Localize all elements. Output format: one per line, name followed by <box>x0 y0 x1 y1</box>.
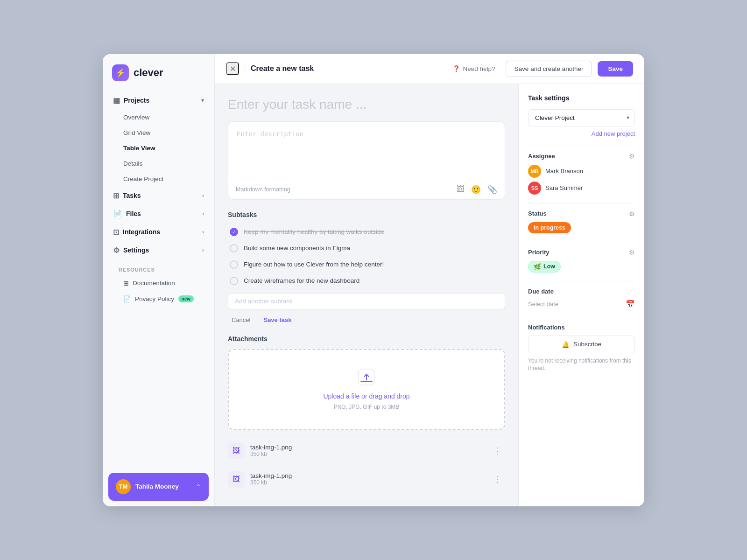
avatar: SS <box>528 182 541 195</box>
projects-icon: ▦ <box>113 96 120 105</box>
subscribe-button[interactable]: 🔔 Subscribe <box>528 336 635 353</box>
save-button[interactable]: Save <box>598 61 633 77</box>
logo[interactable]: ⚡ clever <box>103 54 214 91</box>
avatar: MB <box>528 165 541 178</box>
add-subtask-row <box>228 293 505 309</box>
sidebar-item-overview[interactable]: Overview <box>119 110 209 125</box>
status-gear-icon[interactable]: ⚙ <box>629 210 635 217</box>
due-date-label: Due date <box>528 288 554 295</box>
notifications-label: Notifications <box>528 324 565 331</box>
task-name-input[interactable] <box>228 97 505 112</box>
save-task-button[interactable]: Save task <box>260 314 295 326</box>
help-button[interactable]: ❓ Need help? <box>448 62 500 75</box>
resources-section: RESOURCES ⊞ Documentation 📄 Privacy Poli… <box>108 259 209 310</box>
integrations-label: Integrations <box>123 228 160 236</box>
attachment-icon[interactable]: 📎 <box>487 185 497 195</box>
divider <box>528 281 635 281</box>
file-menu-2[interactable]: ⋮ <box>489 472 505 486</box>
close-button[interactable]: ✕ <box>226 62 239 75</box>
subtask-checkbox-1[interactable]: ✓ <box>230 228 238 236</box>
files-label: Files <box>126 210 141 217</box>
description-toolbar: Markdown formatting 🖼 🙂 📎 <box>228 180 505 199</box>
save-and-create-another-button[interactable]: Save and create another <box>506 61 592 77</box>
sidebar-item-details[interactable]: Details <box>119 156 209 171</box>
calendar-icon[interactable]: 📅 <box>626 300 635 308</box>
assignee-item: MB Mark Branson <box>528 165 635 178</box>
sidebar-item-table-view[interactable]: Table View <box>119 140 209 156</box>
subscribe-label: Subscribe <box>573 341 601 348</box>
divider <box>528 146 635 146</box>
settings-chevron-icon: › <box>202 247 204 253</box>
emoji-icon[interactable]: 🙂 <box>471 185 481 195</box>
assignee-list: MB Mark Branson SS Sara Summer <box>528 165 635 195</box>
documentation-label: Documentation <box>133 280 175 287</box>
subtasks-title: Subtasks <box>228 211 505 218</box>
avatar: TM <box>116 479 131 494</box>
settings-icon: ⚙ <box>113 246 120 255</box>
files-chevron-icon: › <box>202 210 204 217</box>
upload-zone[interactable]: Upload a file or drag and drop PNG, JPG,… <box>228 349 505 430</box>
divider <box>528 317 635 317</box>
file-icon-2: 🖼 <box>228 471 245 488</box>
tasks-icon: ⊞ <box>113 191 119 200</box>
priority-value: Low <box>543 263 555 270</box>
body-layout: Markdown formatting 🖼 🙂 📎 Subtasks ✓ Kee… <box>215 84 644 506</box>
file-row: 🖼 task-img-1.png 350 kb ⋮ <box>228 436 505 465</box>
sidebar-item-integrations[interactable]: ⊡ Integrations › <box>108 223 209 241</box>
user-profile[interactable]: TM Tahlia Mooney ⌃ <box>108 473 209 501</box>
file-info-1: task-img-1.png 350 kb <box>250 444 484 457</box>
sidebar-item-settings[interactable]: ⚙ Settings › <box>108 241 209 259</box>
file-menu-1[interactable]: ⋮ <box>489 444 505 458</box>
priority-gear-icon[interactable]: ⚙ <box>629 249 635 256</box>
description-input[interactable] <box>228 122 505 178</box>
sidebar-item-tasks[interactable]: ⊞ Tasks › <box>108 187 209 205</box>
divider <box>528 242 635 242</box>
sidebar-item-privacy-policy[interactable]: 📄 Privacy Policy new <box>119 291 198 307</box>
projects-label: Projects <box>124 97 149 104</box>
select-date-text[interactable]: Select date <box>528 301 558 308</box>
file-icon-1: 🖼 <box>228 442 245 459</box>
page-title: Create a new task <box>251 64 442 73</box>
subtask-text-4: Create wireframes for the new dashboard <box>244 277 359 284</box>
status-field: Status ⚙ In progress <box>528 210 635 233</box>
assignee-gear-icon[interactable]: ⚙ <box>629 153 635 160</box>
task-settings-panel: Task settings Clever Project ▾ Add new p… <box>518 84 644 506</box>
sidebar-item-files[interactable]: 📄 Files › <box>108 205 209 223</box>
add-subtask-input[interactable] <box>228 293 505 309</box>
status-badge[interactable]: In progress <box>528 222 571 233</box>
priority-badge[interactable]: 🌿 Low <box>528 261 561 273</box>
sidebar-item-create-project[interactable]: Create Project <box>119 171 209 187</box>
sidebar-item-grid-view[interactable]: Grid View <box>119 125 209 140</box>
project-select-wrap: Clever Project ▾ <box>528 109 635 126</box>
sidebar-item-projects[interactable]: ▦ Projects ▾ <box>108 91 209 110</box>
documentation-icon: ⊞ <box>123 280 129 287</box>
file-name-1: task-img-1.png <box>250 444 484 451</box>
subtask-checkbox-4[interactable] <box>230 277 238 285</box>
subtask-checkbox-2[interactable] <box>230 244 238 252</box>
notifications-field: Notifications 🔔 Subscribe You're not rec… <box>528 324 635 373</box>
assignee-name-1: Mark Branson <box>545 168 583 175</box>
user-chevron-icon: ⌃ <box>196 483 201 490</box>
attachments-title: Attachments <box>228 335 505 343</box>
add-new-project-link[interactable]: Add new project <box>528 130 635 137</box>
bell-icon: 🔔 <box>562 341 570 348</box>
settings-label: Settings <box>123 246 149 254</box>
tasks-chevron-icon: › <box>202 192 204 199</box>
due-date-row: Select date 📅 <box>528 300 635 308</box>
files-icon: 📄 <box>113 210 122 218</box>
priority-icon: 🌿 <box>534 263 541 270</box>
image-icon[interactable]: 🖼 <box>457 185 465 195</box>
divider <box>528 203 635 203</box>
markdown-label: Markdown formatting <box>236 186 290 193</box>
priority-header: Priority ⚙ <box>528 249 635 256</box>
projects-submenu: Overview Grid View Table View Details Cr… <box>108 110 209 187</box>
integrations-chevron-icon: › <box>202 229 204 235</box>
project-select[interactable]: Clever Project <box>528 109 635 126</box>
upload-sub: PNG, JPG, GIF up to 3MB <box>334 404 400 410</box>
due-date-field: Due date Select date 📅 <box>528 288 635 308</box>
sidebar-item-documentation[interactable]: ⊞ Documentation <box>119 275 198 291</box>
cancel-subtask-button[interactable]: Cancel <box>228 314 254 326</box>
user-name: Tahlia Mooney <box>135 483 191 490</box>
subtask-text-1: Keep my mentality healthy by taking walk… <box>244 228 384 235</box>
subtask-checkbox-3[interactable] <box>230 260 238 269</box>
